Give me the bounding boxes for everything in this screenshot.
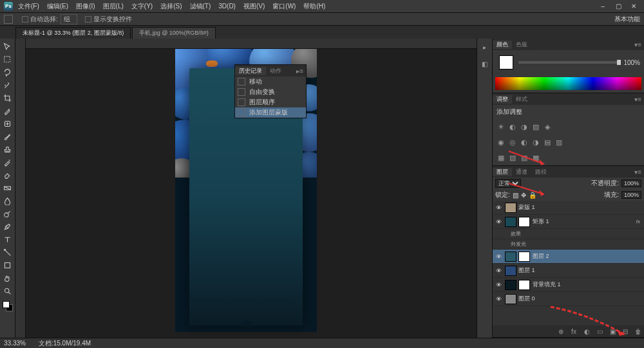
visibility-icon[interactable]: 👁 <box>494 282 503 288</box>
fx-icon[interactable]: fx <box>569 327 578 336</box>
type-tool[interactable] <box>2 234 14 245</box>
collapsed-icon[interactable]: ◧ <box>479 58 491 69</box>
styles-tab[interactable]: 样式 <box>512 95 531 104</box>
history-brush-tool[interactable] <box>2 156 14 168</box>
menu-file[interactable]: 文件(F) <box>18 2 39 11</box>
visibility-icon[interactable]: 👁 <box>494 296 503 302</box>
eraser-tool[interactable] <box>2 169 14 181</box>
adjustment-icon[interactable]: ▤ <box>542 137 553 147</box>
history-row[interactable]: 添加图层蒙版 <box>235 107 306 118</box>
lasso-tool[interactable] <box>2 66 14 78</box>
mask-icon[interactable]: ◐ <box>582 327 591 336</box>
history-row[interactable]: 自由变换 <box>235 87 306 97</box>
gradient-tool[interactable] <box>2 182 14 194</box>
menu-select[interactable]: 选择(S) <box>160 2 182 11</box>
color-spectrum[interactable] <box>495 77 641 90</box>
maximize-button[interactable]: ▢ <box>611 0 626 13</box>
link-layers-icon[interactable]: ⊕ <box>556 327 565 336</box>
fill-adjust-icon[interactable]: ▭ <box>595 327 604 336</box>
lock-position-icon[interactable]: ✥ <box>521 192 526 199</box>
visibility-icon[interactable]: 👁 <box>494 205 503 211</box>
adjustment-icon[interactable]: ☀ <box>495 122 507 132</box>
menu-edit[interactable]: 编辑(E) <box>47 2 68 11</box>
adjustment-icon[interactable]: ◐ <box>518 137 530 147</box>
autoselect-checkbox[interactable] <box>22 16 28 23</box>
layer-row[interactable]: 👁背景填充 1 <box>493 278 644 292</box>
path-tool[interactable] <box>2 246 14 258</box>
zoom-level[interactable]: 33.33% <box>4 340 26 347</box>
adjustment-icon[interactable]: ◑ <box>518 122 530 132</box>
layer-row[interactable]: 👁图层 0 <box>493 292 644 306</box>
adjustment-icon[interactable]: ◉ <box>495 137 507 147</box>
delete-icon[interactable]: 🗑 <box>634 327 643 336</box>
lock-pixels-icon[interactable]: ▨ <box>513 192 518 199</box>
stamp-tool[interactable] <box>2 143 14 155</box>
menu-layer[interactable]: 图层(L) <box>103 2 124 11</box>
blur-tool[interactable] <box>2 195 14 206</box>
paths-tab[interactable]: 路径 <box>531 168 551 176</box>
actions-tab[interactable]: 动作 <box>266 67 285 75</box>
opacity-slider[interactable] <box>518 61 621 64</box>
blend-mode-select[interactable]: 正常 <box>495 179 521 188</box>
close-button[interactable]: ✕ <box>626 0 641 13</box>
layer-row[interactable]: 👁图层 1 <box>493 264 644 278</box>
adjustments-tab[interactable]: 调整 <box>493 95 512 104</box>
history-tab[interactable]: 历史记录 <box>235 67 266 75</box>
layers-tab[interactable]: 图层 <box>493 168 512 176</box>
dodge-tool[interactable] <box>2 208 14 219</box>
menu-filter[interactable]: 滤镜(T) <box>190 2 211 11</box>
panel-menu-icon[interactable]: ▾≡ <box>632 96 644 103</box>
visibility-icon[interactable]: 👁 <box>494 253 503 260</box>
adjustment-icon[interactable]: ▦ <box>495 152 507 163</box>
swatches-tab[interactable]: 色板 <box>512 41 531 49</box>
brush-tool[interactable] <box>2 131 14 142</box>
panel-menu-icon[interactable]: ▸≡ <box>294 68 306 75</box>
menu-help[interactable]: 帮助(H) <box>303 2 325 11</box>
canvas-area[interactable]: 历史记录 动作 ▸≡ 移动 自由变换 图层顺序 添加图层蒙版 <box>15 39 477 338</box>
heal-tool[interactable] <box>2 118 14 129</box>
adjustment-icon[interactable]: ▩ <box>530 152 542 163</box>
opacity-value[interactable]: 100% <box>621 179 641 187</box>
menu-type[interactable]: 文字(Y) <box>131 2 153 11</box>
adjustment-icon[interactable]: ◎ <box>507 137 518 147</box>
zoom-tool[interactable] <box>2 285 14 297</box>
adjustment-icon[interactable]: ▨ <box>518 152 530 163</box>
fx-badge[interactable]: fx <box>636 219 640 224</box>
layer-row[interactable]: 👁矩形 1fx <box>493 215 644 229</box>
crop-tool[interactable] <box>2 92 14 104</box>
foreground-color[interactable] <box>499 55 513 69</box>
minimize-button[interactable]: – <box>595 0 611 13</box>
current-tool-icon[interactable] <box>4 15 13 24</box>
visibility-icon[interactable]: 👁 <box>494 268 503 274</box>
adjustment-icon[interactable]: ▥ <box>553 137 565 147</box>
layer-row[interactable]: 👁图层 2 <box>493 250 644 264</box>
autoselect-dropdown[interactable]: 组 <box>61 14 77 24</box>
history-panel[interactable]: 历史记录 动作 ▸≡ 移动 自由变换 图层顺序 添加图层蒙版 <box>234 64 307 118</box>
shape-tool[interactable] <box>2 259 14 271</box>
channels-tab[interactable]: 通道 <box>512 168 531 176</box>
showtransform-checkbox[interactable] <box>85 16 91 23</box>
eyedropper-tool[interactable] <box>2 105 14 116</box>
adjustment-icon[interactable]: ◈ <box>542 122 553 132</box>
opacity-value[interactable]: 100 <box>623 59 634 66</box>
marquee-tool[interactable] <box>2 53 14 65</box>
adjustment-icon[interactable]: ◑ <box>530 137 542 147</box>
visibility-icon[interactable]: 👁 <box>494 219 503 225</box>
wand-tool[interactable] <box>2 79 14 91</box>
doc-tab-1[interactable]: 未标题-1 @ 33.3% (图层 2, 图层蒙版/8) <box>15 27 131 39</box>
fill-value[interactable]: 100% <box>621 191 641 199</box>
doc-tab-2[interactable]: 手机.jpg @ 100%(RGB/8#) <box>132 27 216 39</box>
panel-menu-icon[interactable]: ▾≡ <box>632 41 644 48</box>
menu-view[interactable]: 视图(V) <box>243 2 265 11</box>
workspace-switcher[interactable]: 基本功能 <box>614 15 640 24</box>
lock-all-icon[interactable]: 🔒 <box>529 192 536 199</box>
adjustment-icon[interactable]: ▧ <box>507 152 518 163</box>
move-tool[interactable] <box>2 41 14 52</box>
history-row[interactable]: 移动 <box>235 77 306 87</box>
panel-menu-icon[interactable]: ▾≡ <box>632 169 644 176</box>
adjustment-icon[interactable]: ◐ <box>507 122 518 132</box>
history-row[interactable]: 图层顺序 <box>235 97 306 107</box>
menu-window[interactable]: 窗口(W) <box>272 2 296 11</box>
menu-image[interactable]: 图像(I) <box>76 2 95 11</box>
group-icon[interactable]: ▣ <box>608 327 617 336</box>
